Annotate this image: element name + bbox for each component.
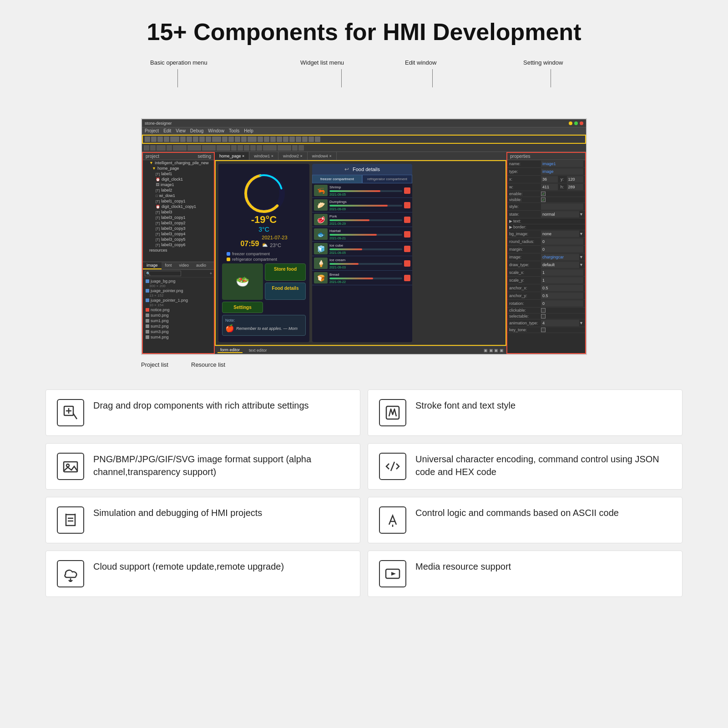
prop-scale-x-value[interactable]: 1: [541, 269, 583, 276]
prop-clickable-checkbox[interactable]: [541, 308, 546, 313]
project-item-label3c2[interactable]: [T]label3_copy2: [143, 220, 214, 226]
toolbar-icon[interactable]: [187, 136, 192, 142]
project-item-label1copy[interactable]: [T]label1_copy1: [143, 198, 214, 204]
project-item-label3c5[interactable]: [T]label3_copy5: [143, 237, 214, 242]
food-tab-fridge[interactable]: refrigerator compartment: [362, 175, 412, 183]
food-image-btn[interactable]: 🥗: [222, 263, 263, 300]
add-resource-btn[interactable]: +: [210, 271, 212, 276]
food-delete-dumplings[interactable]: [404, 202, 410, 208]
food-delete-pork[interactable]: [404, 217, 410, 223]
prop-x-value[interactable]: 36: [541, 176, 558, 182]
toolbar-icon[interactable]: [145, 136, 150, 142]
toolbar-icon2[interactable]: [257, 145, 262, 151]
toolbar-icon[interactable]: [283, 136, 288, 142]
bg-image-dropdown-icon[interactable]: ▼: [579, 232, 583, 236]
tab-window2[interactable]: window2 ×: [278, 152, 308, 160]
prop-key-tone-checkbox[interactable]: [541, 328, 546, 332]
prop-anchor-x-value[interactable]: 0.5: [541, 285, 583, 291]
prop-w-value[interactable]: 411: [541, 184, 558, 190]
resource-item[interactable]: juage_pointer_1.png: [144, 298, 213, 303]
resource-search[interactable]: [145, 271, 181, 276]
resource-tab-font[interactable]: font: [162, 262, 176, 269]
project-item-label3c4[interactable]: [T]label3_copy4: [143, 231, 214, 237]
prop-h-value[interactable]: 289: [567, 184, 584, 190]
prop-anchor-y-value[interactable]: 0.5: [541, 293, 583, 299]
toolbar-icon2[interactable]: [202, 145, 216, 151]
project-item-label2[interactable]: [T]label2: [143, 187, 214, 193]
resource-item[interactable]: sum3.png: [144, 329, 213, 334]
menu-edit[interactable]: Edit: [163, 128, 171, 133]
toolbar-icon[interactable]: [193, 136, 198, 142]
resource-item[interactable]: juage_bg.png: [144, 278, 213, 284]
toolbar-icon2[interactable]: [292, 145, 298, 151]
toolbar-icon[interactable]: [222, 136, 228, 142]
project-item-clockcopy[interactable]: ⏰digit_clock1_copy1: [143, 204, 214, 209]
bottom-tab-text[interactable]: text editor: [246, 348, 270, 353]
project-item-label3c1[interactable]: [T]label3_copy1: [143, 215, 214, 220]
toolbar-icon[interactable]: [206, 136, 211, 142]
tab-home[interactable]: home_page ×: [215, 152, 249, 160]
project-item-label3[interactable]: [T]label3: [143, 209, 214, 215]
prop-enable-checkbox[interactable]: ✓: [541, 192, 546, 196]
draw-type-dropdown-icon[interactable]: ▼: [579, 263, 583, 267]
resource-item[interactable]: sum1.png: [144, 318, 213, 324]
resource-tab-image[interactable]: image: [143, 262, 162, 269]
resource-tab-video[interactable]: video: [176, 262, 193, 269]
toolbar-icon[interactable]: [296, 136, 301, 142]
project-item-home[interactable]: ▼ home_page: [143, 166, 214, 171]
settings-btn[interactable]: Settings: [222, 302, 263, 313]
menu-window[interactable]: Window: [208, 128, 224, 133]
resource-tab-audio[interactable]: audio: [192, 262, 210, 269]
toolbar-icon2[interactable]: [187, 145, 201, 151]
resource-item[interactable]: notice.png: [144, 307, 213, 313]
close-btn[interactable]: [580, 121, 583, 125]
toolbar-icon[interactable]: [308, 136, 314, 142]
prop-scale-y-value[interactable]: 1: [541, 277, 583, 283]
toolbar-icon[interactable]: [315, 136, 320, 142]
tab-window1[interactable]: window1 ×: [249, 152, 278, 160]
toolbar-icon[interactable]: [164, 136, 169, 142]
project-item-widow1[interactable]: □wi_dow1: [143, 193, 214, 198]
prop-animation-type-value[interactable]: 4: [541, 320, 579, 326]
toolbar-icon[interactable]: [277, 136, 282, 142]
resource-item[interactable]: sum4.png: [144, 334, 213, 340]
toolbar-icon2[interactable]: [231, 145, 237, 151]
toolbar-icon[interactable]: [264, 136, 269, 142]
prop-round-radius-value[interactable]: 0: [541, 238, 583, 245]
food-details-btn[interactable]: Food details: [265, 283, 306, 300]
prop-rotation-value[interactable]: 0: [541, 300, 583, 307]
toolbar-icon2[interactable]: [263, 145, 277, 151]
prop-selectable-checkbox[interactable]: [541, 314, 546, 318]
prop-bg-image-value[interactable]: none: [541, 231, 579, 237]
toolbar-icon[interactable]: [180, 136, 186, 142]
image-dropdown-icon[interactable]: ▼: [579, 255, 583, 259]
store-food-btn[interactable]: Store food: [265, 263, 306, 281]
menu-tools[interactable]: Tools: [229, 128, 239, 133]
menu-view[interactable]: View: [176, 128, 186, 133]
toolbar-icon2[interactable]: [144, 145, 149, 151]
toolbar-icon[interactable]: [170, 136, 179, 142]
toolbar-icon[interactable]: [235, 136, 240, 142]
toolbar-icon[interactable]: [241, 136, 247, 142]
food-delete-icecream[interactable]: [404, 260, 410, 267]
prop-draw-type-value[interactable]: default: [541, 262, 579, 268]
food-delete-hairtail[interactable]: [404, 231, 410, 238]
toolbar-icon2[interactable]: [167, 145, 172, 151]
project-item-label1[interactable]: [T]label1: [143, 171, 214, 177]
food-delete-icecube[interactable]: [404, 246, 410, 252]
maximize-btn[interactable]: [574, 121, 578, 125]
toolbar-icon[interactable]: [151, 136, 157, 142]
toolbar-icon2[interactable]: [238, 145, 243, 151]
toolbar-icon2[interactable]: [278, 145, 291, 151]
toolbar-icon[interactable]: [228, 136, 234, 142]
toolbar-icon2[interactable]: [217, 145, 230, 151]
menu-debug[interactable]: Debug: [190, 128, 203, 133]
toolbar-icon2[interactable]: [150, 145, 156, 151]
toolbar-icon[interactable]: [258, 136, 263, 142]
toolbar-icon[interactable]: [157, 136, 163, 142]
resource-item[interactable]: juage_pointer.png: [144, 288, 213, 293]
food-delete-shrimp[interactable]: [404, 187, 410, 194]
prop-visible-checkbox[interactable]: ✓: [541, 197, 546, 202]
project-item-root[interactable]: ▼ Intelligent_charging_pile_new: [143, 160, 214, 166]
toolbar-icon2[interactable]: [244, 145, 249, 151]
